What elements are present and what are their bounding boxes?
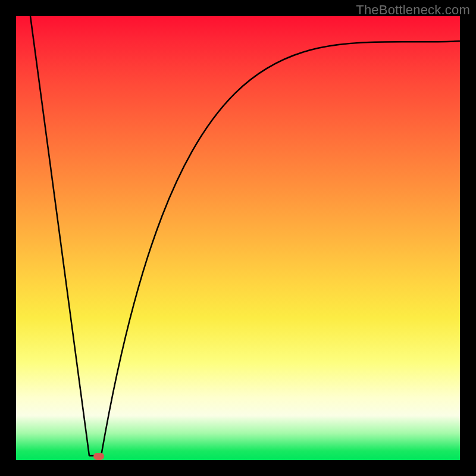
curve-right-segment	[101, 41, 460, 456]
chart-frame: TheBottleneck.com	[0, 0, 476, 476]
chart-plot-area	[16, 16, 460, 460]
watermark-text: TheBottleneck.com	[356, 2, 470, 18]
curve-left-segment	[30, 16, 89, 456]
bottleneck-curve	[16, 16, 460, 460]
optimum-marker	[93, 453, 104, 460]
